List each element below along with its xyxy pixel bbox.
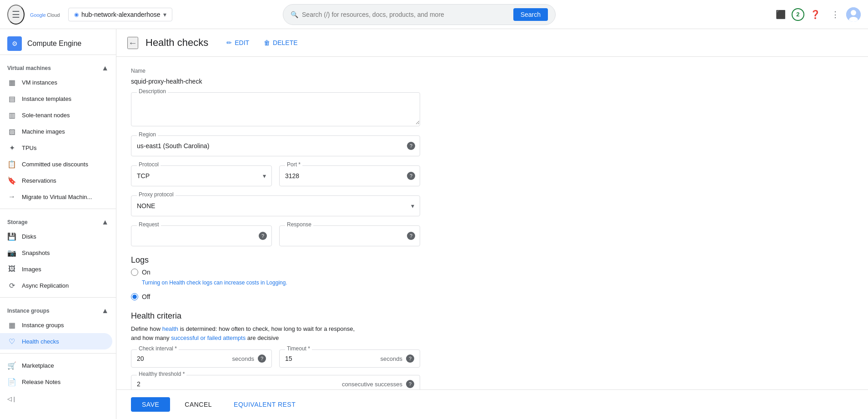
hamburger-menu-button[interactable]: ☰ — [7, 5, 25, 25]
sidebar-item-snapshots[interactable]: 📷 Snapshots — [0, 244, 112, 261]
page-header-actions: ✏ EDIT 🗑 DELETE — [223, 36, 301, 49]
sidebar-item-tpus[interactable]: ✦ TPUs — [0, 140, 112, 156]
section-chevron-virtual-machines: ▲ — [101, 64, 109, 72]
sidebar-item-disks[interactable]: 💾 Disks — [0, 228, 112, 244]
health-highlight: health — [162, 325, 178, 332]
logs-help-text[interactable]: Turning on Health check logs can increas… — [142, 279, 420, 286]
description-label: Description — [137, 88, 168, 95]
sidebar-item-instance-templates[interactable]: ▤ Instance templates — [0, 90, 112, 107]
search-input[interactable] — [302, 11, 510, 18]
edit-button[interactable]: ✏ EDIT — [223, 36, 253, 49]
region-select-wrapper: us-east1 (South Carolina) us-central1 (I… — [131, 136, 420, 156]
section-header-storage[interactable]: Storage ▲ — [0, 213, 116, 228]
delete-button[interactable]: 🗑 DELETE — [260, 36, 301, 49]
sidebar-item-migrate[interactable]: → Migrate to Virtual Machin... — [0, 189, 112, 205]
section-header-virtual-machines[interactable]: Virtual machines ▲ — [0, 59, 116, 74]
collapse-icon: ◁ | — [7, 395, 15, 402]
sidebar-item-machine-images[interactable]: ▨ Machine images — [0, 123, 112, 140]
region-field: Region us-east1 (South Carolina) us-cent… — [131, 135, 420, 156]
disks-icon: 💾 — [7, 232, 16, 241]
section-label-virtual-machines: Virtual machines — [7, 65, 51, 71]
section-label-instance-groups: Instance groups — [7, 308, 50, 314]
help-button[interactable]: ❓ — [806, 5, 824, 24]
back-icon: ← — [128, 38, 137, 48]
section-header-instance-groups[interactable]: Instance groups ▲ — [0, 301, 116, 317]
request-help-icon[interactable]: ? — [259, 232, 267, 240]
sidebar-item-committed-use-discounts[interactable]: 📋 Committed use discounts — [0, 156, 112, 172]
save-button[interactable]: SAVE — [131, 397, 170, 412]
migrate-icon: → — [7, 192, 16, 201]
health-checks-icon: ♡ — [7, 337, 16, 346]
healthy-threshold-help-icon[interactable]: ? — [406, 380, 414, 388]
logs-off-radio[interactable] — [131, 293, 138, 300]
check-interval-field: Check interval * seconds ? — [131, 349, 272, 368]
attempts-highlight: successful or failed attempts — [171, 334, 246, 341]
request-input[interactable] — [131, 226, 271, 246]
description-field: Description — [131, 92, 420, 126]
google-cloud-logo[interactable]: Google Cloud — [30, 9, 63, 20]
screen-icon-button[interactable]: ⬛ — [772, 5, 790, 24]
logs-on-radio[interactable] — [131, 269, 138, 276]
port-label: Port * — [285, 161, 302, 168]
sidebar-item-images[interactable]: 🖼 Images — [0, 261, 112, 277]
logs-off-option[interactable]: Off — [131, 293, 420, 300]
more-options-button[interactable]: ⋮ — [826, 5, 844, 24]
check-interval-help-icon[interactable]: ? — [258, 354, 266, 363]
sidebar-item-reservations[interactable]: 🔖 Reservations — [0, 172, 112, 189]
images-icon: 🖼 — [7, 264, 16, 274]
region-select[interactable]: us-east1 (South Carolina) us-central1 (I… — [131, 136, 420, 156]
sidebar-item-label-snapshots: Snapshots — [22, 249, 50, 256]
proxy-protocol-select[interactable]: NONE PROXY_V1 — [131, 196, 420, 216]
sidebar-collapse-button[interactable]: ◁ | — [0, 390, 116, 408]
search-bar: 🔍 Search — [283, 4, 556, 25]
timeout-input[interactable] — [285, 355, 312, 362]
sidebar-item-release-notes[interactable]: 📄 Release Notes — [0, 374, 112, 390]
proxy-protocol-select-wrapper: NONE PROXY_V1 — [131, 196, 420, 216]
healthy-threshold-input[interactable] — [137, 380, 164, 388]
port-help-icon[interactable]: ? — [407, 172, 415, 180]
sidebar-item-vm-instances[interactable]: ▦ VM instances — [0, 74, 112, 90]
response-help-icon[interactable]: ? — [407, 232, 415, 240]
section-chevron-instance-groups: ▲ — [101, 307, 109, 315]
user-avatar[interactable] — [846, 7, 861, 22]
sidebar-item-marketplace[interactable]: 🛒 Marketplace — [0, 357, 112, 374]
sidebar-item-health-checks[interactable]: ♡ Health checks — [0, 333, 112, 349]
release-notes-icon: 📄 — [7, 377, 16, 386]
sidebar-item-instance-groups[interactable]: ▦ Instance groups — [0, 317, 112, 333]
name-label: Name — [131, 68, 420, 74]
check-interval-input[interactable] — [137, 355, 164, 362]
notification-badge[interactable]: 2 — [792, 8, 804, 21]
project-selector[interactable]: ◉ hub-network-alexanderhose ▾ — [68, 8, 172, 21]
port-input[interactable] — [280, 166, 420, 186]
back-button[interactable]: ← — [127, 37, 138, 49]
protocol-select-wrapper: TCP HTTP HTTPS HTTP2 SSL GRPC — [131, 166, 271, 186]
logs-section: Logs On Turning on Health check logs can… — [131, 255, 420, 300]
avatar-image — [846, 7, 861, 22]
timeout-help-icon[interactable]: ? — [406, 354, 414, 363]
protocol-select[interactable]: TCP HTTP HTTPS HTTP2 SSL GRPC — [131, 166, 271, 186]
sidebar-item-label-migrate: Migrate to Virtual Machin... — [22, 194, 92, 200]
machine-images-icon: ▨ — [7, 127, 16, 136]
search-button[interactable]: Search — [513, 8, 548, 21]
instance-groups-icon: ▦ — [7, 320, 16, 329]
sidebar-item-sole-tenant-nodes[interactable]: ▥ Sole-tenant nodes — [0, 107, 112, 123]
cancel-button[interactable]: CANCEL — [177, 397, 219, 412]
sidebar-brand-name: Compute Engine — [27, 40, 81, 48]
request-response-row: Request ? Response ? — [131, 225, 420, 255]
project-icon: ◉ — [74, 11, 79, 18]
equivalent-rest-button[interactable]: EQUIVALENT REST — [226, 397, 303, 412]
sidebar-item-async-replication[interactable]: ⟳ Async Replication — [0, 277, 112, 294]
sidebar-item-label-instance-templates: Instance templates — [22, 95, 71, 102]
check-interval-label: Check interval * — [137, 345, 179, 352]
request-label: Request — [137, 221, 161, 228]
description-textarea[interactable] — [131, 93, 420, 125]
project-name: hub-network-alexanderhose — [81, 11, 161, 18]
logs-on-option[interactable]: On — [131, 269, 420, 276]
hamburger-icon: ☰ — [12, 9, 20, 20]
region-help-icon[interactable]: ? — [407, 142, 415, 150]
response-input[interactable] — [280, 226, 420, 246]
project-selector-chevron: ▾ — [163, 11, 166, 18]
badge-count: 2 — [796, 11, 799, 18]
healthy-threshold-label: Healthy threshold * — [137, 371, 186, 377]
proxy-protocol-field: Proxy protocol NONE PROXY_V1 — [131, 195, 420, 216]
